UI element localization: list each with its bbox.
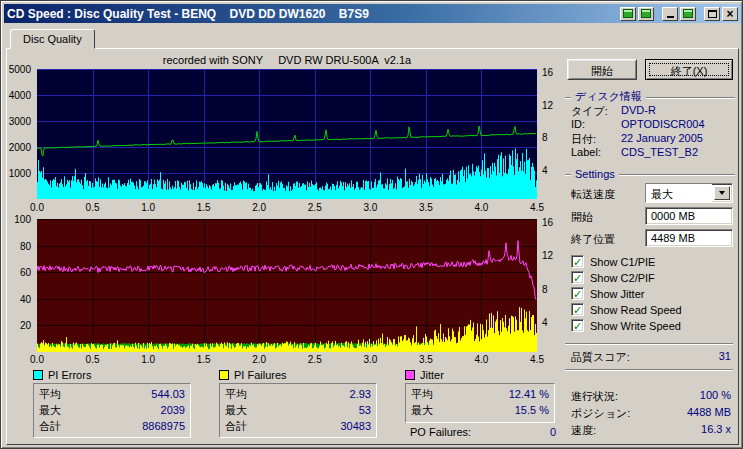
maximize-button[interactable] [704, 7, 720, 21]
checkbox-label: Show Jitter [590, 288, 644, 300]
axis-tick-label: 2000 [9, 142, 31, 153]
axis-tick-label: 1000 [9, 168, 31, 179]
progress-value: 100 % [700, 389, 731, 401]
stat-label: 平均 [39, 387, 61, 402]
start-button[interactable]: 開始 [567, 59, 637, 80]
axis-tick-label: 4 [542, 317, 548, 328]
axis-tick-label: 16 [542, 217, 553, 228]
stat-row: 最大15.5 % [411, 402, 549, 418]
show-c2-pif-checkbox[interactable]: ✓ Show C2/PIF [571, 271, 655, 284]
chart-bottom-left-axis: 10080604020 [7, 219, 34, 352]
axis-tick-label: 12 [542, 100, 553, 111]
jitter-stats-box: 平均12.41 % 最大15.5 % [405, 383, 555, 423]
stat-row: 最大2039 [39, 402, 185, 418]
chart-top-right-axis: 161284 [539, 69, 561, 199]
axis-tick-label: 4000 [9, 90, 31, 101]
pi-errors-legend: PI Errors [33, 369, 91, 381]
position-row: ポジション: 4488 MB [571, 406, 731, 419]
show-read-speed-checkbox[interactable]: ✓ Show Read Speed [571, 303, 682, 316]
title-bar[interactable]: CD Speed : Disc Quality Test - BENQ DVD … [4, 4, 741, 23]
checkbox-label: Show Read Speed [590, 304, 682, 316]
pi-errors-legend-swatch [33, 370, 43, 380]
quality-score-row: 品質スコア: 31 [571, 350, 731, 363]
end-position-field[interactable]: 4489 MB [645, 229, 733, 247]
speed-value: 16.3 x [701, 423, 731, 435]
axis-tick-label: 40 [20, 294, 31, 305]
minimize-button[interactable] [662, 7, 678, 21]
stat-label: 合計 [39, 419, 61, 434]
axis-tick-label: 8 [542, 132, 548, 143]
stat-row: 平均2.93 [225, 386, 371, 402]
screenshot-icon-button[interactable] [620, 7, 636, 21]
pi-failures-legend: PI Failures [219, 369, 287, 381]
axis-tick-label: 3000 [9, 116, 31, 127]
section-divider [565, 97, 571, 99]
section-divider [565, 174, 571, 176]
progress-row: 進行状況: 100 % [571, 389, 731, 402]
checkbox-label: Show C1/PIE [590, 256, 655, 268]
chart-icon-button[interactable] [638, 7, 654, 21]
chart-bottom [37, 219, 537, 352]
stat-row: 合計30483 [225, 418, 371, 434]
speed-row: 速度: 16.3 x [571, 423, 731, 436]
chart-bottom-x-axis: 0.00.51.01.52.02.53.03.54.04.5 [37, 354, 537, 366]
disc-icon [683, 9, 693, 18]
transfer-speed-select[interactable]: 最大 [645, 183, 733, 203]
stat-value: 8868975 [142, 420, 185, 432]
axis-tick-label: 4 [542, 165, 548, 176]
quality-score-value: 31 [719, 350, 731, 362]
stat-value: 2.93 [350, 388, 371, 400]
disc-label-value: CDS_TEST_B2 [621, 146, 698, 158]
stat-value: 30483 [340, 420, 371, 432]
axis-tick-label: 4.5 [530, 354, 544, 365]
disc-icon-button[interactable] [680, 7, 696, 21]
tab-disc-quality[interactable]: Disc Quality [10, 29, 95, 49]
show-jitter-checkbox[interactable]: ✓ Show Jitter [571, 287, 644, 300]
stat-value: 2039 [161, 404, 185, 416]
maximize-icon [708, 10, 717, 18]
axis-tick-label: 16 [542, 67, 553, 78]
axis-tick-label: 0.0 [30, 202, 44, 213]
stat-label: 最大 [411, 403, 433, 418]
stat-label: 合計 [225, 419, 247, 434]
axis-tick-label: 2.0 [252, 202, 266, 213]
start-position-field[interactable]: 0000 MB [645, 207, 733, 225]
show-write-speed-checkbox[interactable]: ✓ Show Write Speed [571, 319, 681, 332]
disc-id-value: OPTODISCR004 [621, 118, 705, 130]
axis-tick-label: 4.0 [474, 202, 488, 213]
checkbox-label: Show C2/PIF [590, 272, 655, 284]
axis-tick-label: 4.0 [474, 354, 488, 365]
axis-tick-label: 1.5 [197, 202, 211, 213]
axis-tick-label: 80 [20, 241, 31, 252]
stat-row: 最大53 [225, 402, 371, 418]
po-failures-value: 0 [550, 426, 556, 438]
divider [565, 369, 733, 371]
axis-tick-label: 2.5 [308, 202, 322, 213]
section-divider [619, 174, 735, 176]
show-c1-pie-checkbox[interactable]: ✓ Show C1/PIE [571, 255, 655, 268]
axis-tick-label: 8 [542, 284, 548, 295]
window-title: CD Speed : Disc Quality Test - BENQ DVD … [7, 7, 620, 21]
dropdown-button[interactable] [714, 186, 730, 200]
stat-value: 12.41 % [509, 388, 549, 400]
checkbox-check-icon: ✓ [571, 319, 584, 332]
app-window: CD Speed : Disc Quality Test - BENQ DVD … [0, 0, 743, 449]
axis-tick-label: 0.5 [86, 202, 100, 213]
close-button[interactable]: × [722, 7, 738, 21]
axis-tick-label: 3.5 [419, 354, 433, 365]
progress-label: 進行状況: [571, 390, 618, 402]
disc-label-row: Label: CDS_TEST_B2 [571, 146, 733, 159]
speed-label: 速度: [571, 424, 596, 436]
stat-label: 最大 [39, 403, 61, 418]
exit-button[interactable]: 終了(X) [645, 59, 733, 80]
axis-tick-label: 60 [20, 267, 31, 278]
axis-tick-label: 0.5 [86, 354, 100, 365]
divider [565, 343, 733, 345]
stat-row: 平均12.41 % [411, 386, 549, 402]
right-panel: 開始 終了(X) ディスク情報 タイプ: DVD-R ID: OPTODISCR… [563, 57, 735, 441]
chart-top-x-axis: 0.00.51.01.52.02.53.03.54.04.5 [37, 202, 537, 214]
disc-id-label: ID: [571, 118, 585, 130]
disc-date-value: 22 January 2005 [621, 132, 703, 144]
settings-section-label: Settings [575, 168, 615, 180]
disc-label-label: Label: [571, 146, 601, 158]
